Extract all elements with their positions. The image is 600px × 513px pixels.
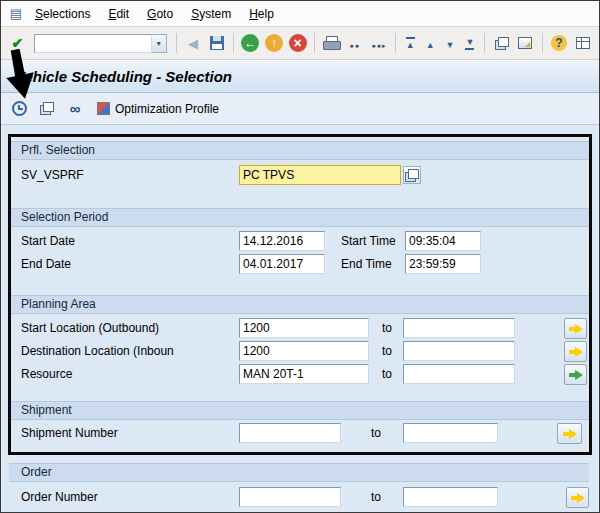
matchcode-icon bbox=[405, 169, 419, 182]
section-header-planning-area: Planning Area bbox=[9, 295, 589, 314]
toolbar-separator bbox=[484, 33, 485, 53]
cancel-button[interactable] bbox=[286, 31, 309, 55]
next-page-icon bbox=[446, 36, 455, 51]
order-number-label: Order Number bbox=[21, 490, 98, 504]
toolbar-separator bbox=[395, 33, 396, 53]
destination-location-multiple-selection-button[interactable] bbox=[564, 341, 587, 362]
find-next-icon bbox=[372, 36, 386, 51]
sap-window: Selections Edit Goto System Help bbox=[0, 0, 600, 513]
start-date-label: Start Date bbox=[21, 234, 75, 248]
start-location-to-input[interactable] bbox=[403, 318, 515, 338]
shipment-number-label: Shipment Number bbox=[21, 426, 118, 440]
shipment-multiple-selection-button[interactable] bbox=[557, 423, 582, 444]
title-bar: Vehicle Scheduling - Selection bbox=[1, 60, 599, 93]
order-multiple-selection-button[interactable] bbox=[566, 487, 589, 508]
help-icon bbox=[551, 35, 567, 51]
optimization-profile-icon bbox=[97, 102, 110, 115]
find-icon bbox=[350, 36, 360, 51]
exit-button[interactable] bbox=[263, 31, 286, 55]
last-page-button[interactable] bbox=[460, 33, 479, 53]
end-date-label: End Date bbox=[21, 257, 71, 271]
to-label: to bbox=[382, 367, 392, 381]
menu-edit[interactable]: Edit bbox=[100, 5, 137, 23]
destination-location-label: Destination Location (Inboun bbox=[21, 344, 174, 358]
last-page-icon bbox=[465, 37, 474, 50]
start-time-input[interactable] bbox=[405, 231, 481, 251]
previous-page-button[interactable] bbox=[421, 33, 440, 53]
sv-vsprf-input[interactable] bbox=[239, 165, 401, 185]
form-row: Destination Location (Inboun to bbox=[1, 341, 599, 362]
menu-goto[interactable]: Goto bbox=[139, 5, 181, 23]
back-button[interactable] bbox=[182, 31, 205, 55]
form-row: SV_VSPRF bbox=[1, 165, 599, 186]
start-location-input[interactable] bbox=[239, 318, 369, 338]
matchcode-button[interactable] bbox=[403, 166, 421, 184]
toolbar-separator bbox=[314, 33, 315, 53]
multiple-selection-arrow-icon bbox=[569, 324, 583, 334]
sv-vsprf-label: SV_VSPRF bbox=[21, 168, 84, 182]
save-button[interactable] bbox=[205, 31, 228, 55]
resource-to-input[interactable] bbox=[403, 364, 515, 384]
navigate-back-button[interactable] bbox=[239, 31, 262, 55]
start-time-label: Start Time bbox=[341, 234, 396, 248]
shipment-number-input[interactable] bbox=[239, 423, 341, 443]
to-label: to bbox=[371, 490, 381, 504]
application-toolbar: Optimization Profile bbox=[1, 93, 599, 125]
execute-clock-icon bbox=[12, 101, 27, 116]
section-header-prfl-selection: Prfl. Selection bbox=[9, 141, 589, 160]
multiple-selection-arrow-icon bbox=[571, 493, 585, 503]
menu-selections[interactable]: Selections bbox=[27, 5, 98, 23]
shipment-number-to-input[interactable] bbox=[403, 423, 498, 443]
end-time-input[interactable] bbox=[405, 254, 481, 274]
help-button[interactable] bbox=[548, 31, 571, 55]
command-field bbox=[34, 34, 167, 53]
form-row: Start Location (Outbound) to bbox=[1, 318, 599, 339]
end-time-label: End Time bbox=[341, 257, 392, 271]
multiple-selection-arrow-icon bbox=[569, 347, 583, 357]
destination-location-to-input[interactable] bbox=[403, 341, 515, 361]
optimization-profile-button[interactable]: Optimization Profile bbox=[91, 100, 225, 118]
new-session-button[interactable] bbox=[490, 31, 513, 55]
optimization-profile-label: Optimization Profile bbox=[115, 102, 219, 116]
find-button[interactable] bbox=[344, 31, 367, 55]
system-menu-icon[interactable] bbox=[7, 5, 25, 23]
previous-page-icon bbox=[426, 36, 435, 51]
first-page-button[interactable] bbox=[401, 33, 420, 53]
menu-help[interactable]: Help bbox=[241, 5, 282, 23]
form-row: Order Number to bbox=[1, 487, 599, 508]
section-header-selection-period: Selection Period bbox=[9, 208, 589, 227]
exit-icon bbox=[265, 34, 283, 52]
form-row: Resource to bbox=[1, 364, 599, 385]
first-page-icon bbox=[406, 37, 415, 50]
resource-label: Resource bbox=[21, 367, 72, 381]
get-variant-icon bbox=[40, 102, 54, 115]
customize-layout-button[interactable] bbox=[571, 31, 594, 55]
order-number-input[interactable] bbox=[239, 487, 341, 507]
start-location-multiple-selection-button[interactable] bbox=[564, 318, 587, 339]
page-title: Vehicle Scheduling - Selection bbox=[15, 68, 232, 85]
cancel-icon bbox=[289, 34, 307, 52]
end-date-input[interactable] bbox=[239, 254, 325, 274]
form-row: Shipment Number to bbox=[1, 423, 599, 444]
section-header-shipment: Shipment bbox=[9, 401, 589, 420]
next-page-button[interactable] bbox=[441, 33, 460, 53]
order-number-to-input[interactable] bbox=[403, 487, 498, 507]
resource-multiple-selection-button[interactable] bbox=[564, 364, 587, 385]
start-date-input[interactable] bbox=[239, 231, 325, 251]
to-label: to bbox=[382, 344, 392, 358]
menu-bar: Selections Edit Goto System Help bbox=[1, 1, 599, 27]
command-dropdown-icon[interactable] bbox=[152, 34, 167, 53]
create-shortcut-button[interactable] bbox=[514, 31, 537, 55]
command-input[interactable] bbox=[34, 34, 152, 53]
resource-input[interactable] bbox=[239, 364, 369, 384]
destination-location-input[interactable] bbox=[239, 341, 369, 361]
menu-system[interactable]: System bbox=[183, 5, 239, 23]
print-button[interactable] bbox=[320, 31, 343, 55]
standard-toolbar bbox=[1, 27, 599, 60]
save-icon bbox=[210, 36, 224, 50]
form-row: End Date End Time bbox=[1, 254, 599, 275]
selection-options-button[interactable] bbox=[63, 97, 87, 121]
section-header-order: Order bbox=[9, 463, 589, 482]
find-next-button[interactable] bbox=[367, 31, 390, 55]
multiple-selection-active-arrow-icon bbox=[569, 370, 583, 380]
